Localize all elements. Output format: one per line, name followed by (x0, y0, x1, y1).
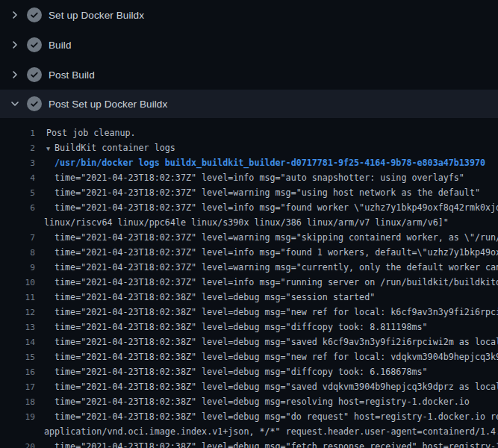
log-text: time="2021-04-23T18:02:37Z" level=warnin… (35, 232, 498, 243)
log-line: 11time="2021-04-23T18:02:38Z" level=debu… (0, 290, 498, 305)
log-line-number[interactable]: 1 (0, 128, 35, 138)
chevron-right-icon (9, 69, 21, 81)
log-line-number[interactable]: 7 (0, 233, 35, 243)
triangle-down-icon: ▼ (46, 145, 55, 152)
log-line-number[interactable]: 11 (0, 293, 35, 302)
log-output: 1Post job cleanup.2▼BuildKit container l… (0, 118, 498, 448)
log-text: time="2021-04-23T18:02:37Z" level=warnin… (35, 187, 480, 198)
log-line: 13time="2021-04-23T18:02:38Z" level=debu… (0, 320, 498, 335)
log-text: time="2021-04-23T18:02:38Z" level=debug … (35, 322, 428, 332)
log-text: linux/riscv64 linux/ppc64le linux/s390x … (35, 217, 449, 228)
log-text: time="2021-04-23T18:02:38Z" level=debug … (35, 396, 470, 407)
chevron-right-icon (9, 9, 21, 21)
log-text: time="2021-04-23T18:02:37Z" level=info m… (35, 247, 498, 258)
log-line: application/vnd.oci.image.index.v1+json,… (0, 424, 498, 439)
log-line: 7time="2021-04-23T18:02:37Z" level=warni… (0, 230, 498, 245)
log-line-number[interactable]: 9 (0, 263, 35, 273)
log-line-number[interactable]: 6 (0, 203, 35, 213)
chevron-down-icon (9, 98, 21, 110)
log-line: 5time="2021-04-23T18:02:37Z" level=warni… (0, 185, 498, 200)
step-title: Post Set up Docker Buildx (49, 99, 167, 110)
log-text: time="2021-04-23T18:02:37Z" level=info m… (35, 172, 464, 183)
log-text: time="2021-04-23T18:02:37Z" level=warnin… (35, 262, 498, 273)
log-text: Post job cleanup. (35, 128, 136, 138)
step-title: Set up Docker Buildx (49, 10, 144, 21)
step-header-post-build[interactable]: Post Build (0, 60, 498, 90)
log-text: time="2021-04-23T18:02:38Z" level=debug … (35, 337, 498, 347)
log-line-number[interactable]: 5 (0, 188, 35, 198)
log-line: 14time="2021-04-23T18:02:38Z" level=debu… (0, 335, 498, 349)
log-text: time="2021-04-23T18:02:37Z" level=info m… (35, 277, 498, 287)
log-group-title: BuildKit container logs (55, 143, 175, 153)
log-line: 12time="2021-04-23T18:02:38Z" level=debu… (0, 305, 498, 320)
log-line-number[interactable]: 2 (0, 143, 35, 153)
log-line: 4time="2021-04-23T18:02:37Z" level=info … (0, 170, 498, 185)
steps-list: Set up Docker BuildxBuildPost BuildPost … (0, 0, 498, 118)
log-text: time="2021-04-23T18:02:38Z" level=debug … (35, 367, 428, 377)
log-line-number[interactable]: 19 (0, 412, 35, 422)
log-line: 9time="2021-04-23T18:02:37Z" level=warni… (0, 260, 498, 275)
check-circle-icon (27, 67, 42, 82)
log-line: 18time="2021-04-23T18:02:38Z" level=debu… (0, 394, 498, 409)
log-line: 16time="2021-04-23T18:02:38Z" level=debu… (0, 364, 498, 379)
log-line-number[interactable]: 13 (0, 323, 35, 332)
log-text: time="2021-04-23T18:02:38Z" level=debug … (35, 382, 498, 392)
log-line: 6time="2021-04-23T18:02:37Z" level=info … (0, 200, 498, 215)
log-line: linux/riscv64 linux/ppc64le linux/s390x … (0, 215, 498, 230)
log-text: time="2021-04-23T18:02:38Z" level=debug … (35, 352, 498, 362)
log-line: 20time="2021-04-23T18:02:38Z" level=debu… (0, 439, 498, 448)
log-line: 1Post job cleanup. (0, 125, 498, 140)
log-line-number[interactable]: 4 (0, 173, 35, 183)
log-group-header[interactable]: ▼BuildKit container logs (35, 143, 175, 153)
log-line-number[interactable]: 16 (0, 367, 35, 377)
log-line-number[interactable]: 14 (0, 337, 35, 347)
log-line-number[interactable]: 10 (0, 278, 35, 287)
log-text: time="2021-04-23T18:02:38Z" level=debug … (35, 292, 375, 302)
step-header-set-up-docker-buildx[interactable]: Set up Docker Buildx (0, 0, 498, 30)
log-line: 10time="2021-04-23T18:02:37Z" level=info… (0, 275, 498, 290)
step-header-build[interactable]: Build (0, 30, 498, 60)
check-circle-icon (27, 37, 42, 52)
log-text: time="2021-04-23T18:02:37Z" level=info m… (35, 202, 498, 213)
step-title: Build (49, 40, 72, 51)
log-line-number[interactable]: 18 (0, 397, 35, 407)
log-text: time="2021-04-23T18:02:38Z" level=debug … (35, 307, 498, 317)
check-circle-icon (27, 96, 42, 111)
log-text: application/vnd.oci.image.index.v1+json,… (35, 426, 498, 437)
log-line: 15time="2021-04-23T18:02:38Z" level=debu… (0, 349, 498, 364)
chevron-right-icon (9, 39, 21, 51)
log-line: 2▼BuildKit container logs (0, 140, 498, 155)
log-line-number[interactable]: 12 (0, 308, 35, 317)
step-header-post-set-up-docker-buildx[interactable]: Post Set up Docker Buildx (0, 90, 498, 118)
log-line-number[interactable]: 20 (0, 442, 35, 448)
log-command-text: /usr/bin/docker logs buildx_buildkit_bui… (35, 158, 485, 168)
log-text: time="2021-04-23T18:02:38Z" level=debug … (35, 441, 498, 448)
log-line: 17time="2021-04-23T18:02:38Z" level=debu… (0, 379, 498, 394)
log-line-number[interactable]: 17 (0, 382, 35, 392)
log-line-number[interactable]: 15 (0, 352, 35, 362)
log-line: 3/usr/bin/docker logs buildx_buildkit_bu… (0, 155, 498, 170)
log-line: 19time="2021-04-23T18:02:38Z" level=debu… (0, 409, 498, 424)
log-line: 8time="2021-04-23T18:02:37Z" level=info … (0, 245, 498, 260)
log-viewer: Set up Docker BuildxBuildPost BuildPost … (0, 0, 498, 448)
step-title: Post Build (49, 69, 95, 81)
log-text: time="2021-04-23T18:02:38Z" level=debug … (35, 411, 498, 422)
log-line-number[interactable]: 8 (0, 248, 35, 258)
check-circle-icon (27, 7, 42, 22)
log-line-number[interactable]: 3 (0, 158, 35, 168)
